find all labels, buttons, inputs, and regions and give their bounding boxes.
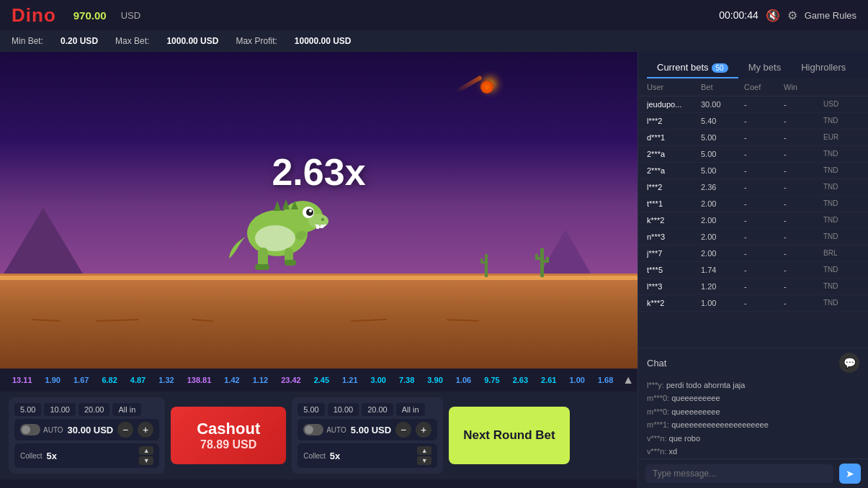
bet-win: - [784, 166, 823, 175]
cashout-value: 78.89 USD [200, 438, 256, 451]
bet-value-1: 30.00 USD [68, 425, 114, 435]
chat-sender: m***0: [647, 394, 669, 402]
history-item[interactable]: 4.87 [127, 374, 149, 386]
history-item[interactable]: 1.90 [42, 374, 64, 386]
chat-section: Chat 💬 l***y: perdi todo ahornta jajam**… [638, 348, 868, 488]
chip-allin-2[interactable]: All in [396, 403, 425, 416]
history-item[interactable]: 13.11 [9, 374, 36, 386]
bet-amount: 1.74 [701, 266, 744, 274]
bet-win: - [784, 183, 823, 191]
game-rules-link[interactable]: Game Rules [805, 10, 856, 21]
history-scroll-up[interactable]: ▲ [622, 374, 634, 387]
collect-up-2[interactable]: ▲ [417, 446, 431, 455]
auto-circle-1[interactable] [20, 424, 40, 435]
collect-down-2[interactable]: ▼ [417, 456, 431, 465]
col-currency [823, 83, 859, 91]
controls-bar: 5.00 10.00 20.00 All in AUTO 30.00 USD −… [0, 392, 637, 479]
tab-highrollers[interactable]: Highrollers [791, 58, 856, 78]
tab-my-bets[interactable]: My bets [738, 58, 792, 78]
balance-display: 970.00 [73, 9, 107, 22]
bet-panel-1: 5.00 10.00 20.00 All in AUTO 30.00 USD −… [9, 397, 165, 474]
cactus-1 [533, 241, 551, 280]
history-item[interactable]: 3.00 [367, 374, 390, 386]
min-bet-label: Min Bet: [12, 36, 43, 46]
svg-point-13 [309, 209, 312, 212]
svg-marker-17 [274, 201, 281, 211]
next-round-bet-button[interactable]: Next Round Bet [449, 407, 570, 464]
chat-send-button[interactable]: ➤ [839, 464, 861, 484]
cashout-button[interactable]: Cashout 78.89 USD [171, 407, 286, 464]
chip-5-1[interactable]: 5.00 [14, 403, 41, 416]
bet-currency: TND [823, 299, 859, 307]
settings-icon[interactable]: ⚙ [787, 9, 797, 22]
bet-coef: - [744, 216, 784, 225]
chat-message: v***n: que robo [647, 433, 859, 444]
history-item[interactable]: 1.06 [452, 374, 475, 386]
chat-sender: v***n: [647, 447, 667, 456]
bet-user: t***5 [647, 266, 701, 274]
tab-current-bets[interactable]: Current bets50 [647, 58, 738, 78]
currency-display: USD [121, 10, 140, 21]
history-item[interactable]: 3.90 [424, 374, 446, 386]
collect-value-1: 5x [47, 451, 135, 461]
table-row: t***1 2.00 - - TND [638, 196, 868, 212]
bet-plus-2[interactable]: + [416, 422, 431, 438]
bets-table: User Bet Coef Win jeudupo... 30.00 - - U… [638, 78, 868, 348]
history-item[interactable]: 7.38 [395, 374, 418, 386]
history-item[interactable]: 1.21 [339, 374, 361, 386]
history-item[interactable]: 1.68 [594, 374, 617, 386]
collect-up-1[interactable]: ▲ [139, 446, 153, 455]
bet-plus-1[interactable]: + [138, 422, 153, 438]
chip-5-2[interactable]: 5.00 [297, 403, 324, 416]
history-item[interactable]: 1.12 [249, 374, 272, 386]
collect-down-1[interactable]: ▼ [139, 456, 153, 465]
svg-rect-15 [316, 225, 319, 229]
history-item[interactable]: 9.75 [480, 374, 503, 386]
history-item[interactable]: 6.82 [98, 374, 120, 386]
bet-win: - [784, 133, 823, 142]
bet-amount: 2.36 [701, 183, 744, 191]
bet-amount: 30.00 [701, 100, 744, 109]
history-item[interactable]: 1.67 [70, 374, 92, 386]
bet-user: l***3 [647, 282, 701, 291]
chat-text: que robo [667, 434, 700, 443]
chip-20-2[interactable]: 20.00 [362, 403, 393, 416]
chat-sender: v***n: [647, 434, 667, 443]
bet-minus-1[interactable]: − [117, 422, 133, 438]
svg-rect-5 [485, 254, 488, 277]
chip-20-1[interactable]: 20.00 [79, 403, 110, 416]
chip-10-1[interactable]: 10.00 [44, 403, 76, 416]
bet-user: k***2 [647, 216, 701, 225]
sound-icon[interactable]: 🔇 [766, 9, 780, 22]
history-item[interactable]: 2.45 [310, 374, 333, 386]
collect-label-2: Collect [303, 452, 326, 460]
col-win: Win [784, 83, 823, 91]
chat-message: m***0: queeeeeeeee [647, 393, 859, 404]
collect-label-1: Collect [20, 452, 42, 460]
game-canvas: 2.63x [0, 52, 637, 369]
auto-toggle-2: AUTO [303, 424, 346, 435]
bet-minus-2[interactable]: − [395, 422, 411, 438]
bet-amounts-1: 5.00 10.00 20.00 All in [14, 403, 159, 416]
chip-10-2[interactable]: 10.00 [328, 403, 359, 416]
history-item[interactable]: 1.32 [155, 374, 177, 386]
bet-coef: - [744, 299, 784, 307]
tabs: Current bets50My betsHighrollers [638, 52, 868, 78]
bet-amount: 2.00 [701, 216, 744, 225]
chat-input[interactable] [645, 464, 833, 483]
chat-text: queeeeeeeee [669, 407, 720, 416]
history-item[interactable]: 2.63 [509, 374, 532, 386]
history-item[interactable]: 23.42 [277, 374, 305, 386]
chat-message: m***1: queeeeeeeeeeeeeeeeeeee [647, 420, 859, 430]
history-item[interactable]: 2.61 [537, 374, 560, 386]
bet-currency: TND [823, 150, 859, 158]
max-profit-value: 10000.00 USD [295, 36, 352, 46]
history-item[interactable]: 1.00 [565, 374, 588, 386]
chip-allin-1[interactable]: All in [112, 403, 141, 416]
bet-amount: 2.00 [701, 199, 744, 208]
history-item[interactable]: 138.81 [184, 374, 215, 386]
table-row: j***7 2.00 - - BRL [638, 245, 868, 262]
auto-circle-2[interactable] [303, 424, 323, 435]
history-item[interactable]: 1.42 [220, 374, 243, 386]
svg-rect-4 [546, 257, 549, 263]
